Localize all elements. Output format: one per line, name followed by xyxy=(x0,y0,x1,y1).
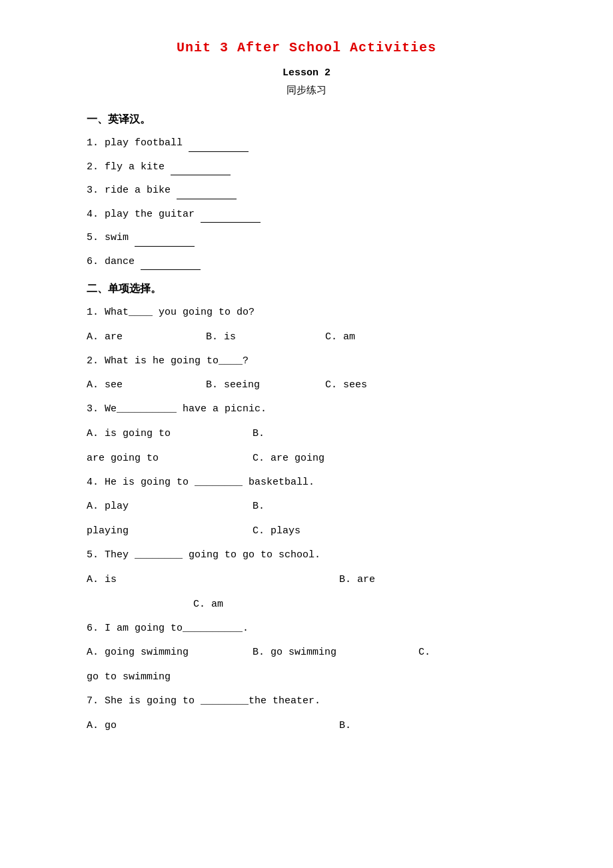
list-item: 1. play football xyxy=(87,135,526,152)
question-6: 6. I am going to__________. xyxy=(87,620,526,637)
subtitle: 同步练习 xyxy=(87,84,526,97)
list-item: 2. fly a kite xyxy=(87,159,526,176)
list-item: 4. play the guitar xyxy=(87,206,526,223)
page-title: Unit 3 After School Activities xyxy=(87,40,526,55)
question-5-options-2: C. am xyxy=(87,595,526,613)
question-4-options: A. play B. xyxy=(87,497,526,515)
list-item: 3. ride a bike xyxy=(87,182,526,199)
question-6-options: A. going swimming B. go swimming C. xyxy=(87,643,526,661)
section1-items: 1. play football 2. fly a kite 3. ride a… xyxy=(87,135,526,270)
question-1: 1. What____ you going to do? xyxy=(87,304,526,321)
question-4-options-2: playing C. plays xyxy=(87,522,526,540)
question-3-options: A. is going to B. xyxy=(87,425,526,443)
question-7-options: A. go B. xyxy=(87,717,526,735)
list-item: 6. dance xyxy=(87,253,526,271)
lesson-label: Lesson 2 xyxy=(87,67,526,79)
question-2: 2. What is he going to____? xyxy=(87,353,526,370)
section2-title: 二、单项选择。 xyxy=(87,282,526,296)
section1-title: 一、英译汉。 xyxy=(87,113,526,127)
question-5: 5. They ________ going to go to school. xyxy=(87,547,526,564)
list-item: 5. swim xyxy=(87,229,526,247)
question-4: 4. He is going to ________ basketball. xyxy=(87,474,526,491)
question-1-options: A. are B. is C. am xyxy=(87,328,526,346)
question-7: 7. She is going to ________the theater. xyxy=(87,693,526,710)
question-3: 3. We__________ have a picnic. xyxy=(87,401,526,418)
question-6-options-2: go to swimming xyxy=(87,668,526,686)
question-3-options-2: are going to C. are going xyxy=(87,449,526,467)
question-5-options: A. is B. are xyxy=(87,571,526,589)
question-2-options: A. see B. seeing C. sees xyxy=(87,376,526,394)
